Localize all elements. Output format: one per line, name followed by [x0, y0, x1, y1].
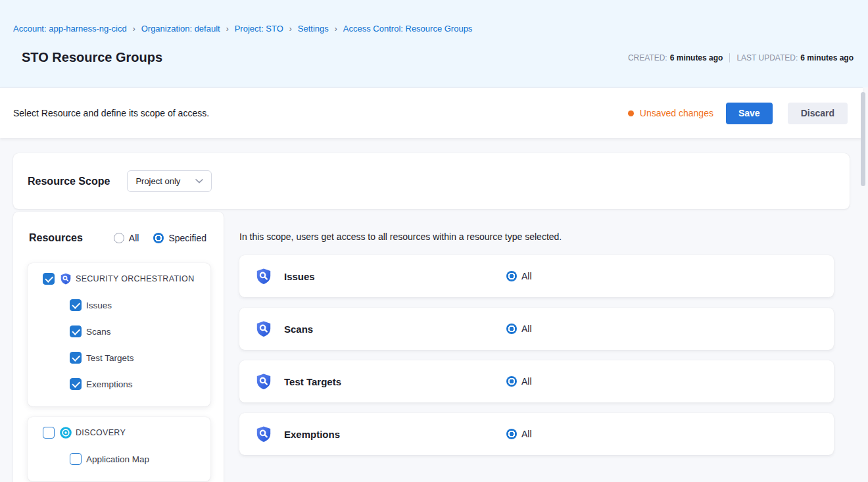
resource-item-label: Application Map — [86, 454, 149, 464]
resource-groups-list: SECURITY ORCHESTRATIONIssuesScansTest Ta… — [13, 263, 224, 481]
last-updated-label: LAST UPDATED: — [736, 53, 798, 62]
meta-divider — [729, 53, 730, 62]
access-option-label: All — [521, 324, 532, 334]
created-label: CREATED: — [628, 53, 667, 62]
radio-icon[interactable] — [506, 429, 517, 439]
resource-group-card-security-orchestration: SECURITY ORCHESTRATIONIssuesScansTest Ta… — [28, 263, 210, 406]
discovery-icon — [59, 426, 72, 439]
resource-scope-label: Resource Scope — [28, 176, 110, 187]
created-value: 6 minutes ago — [670, 53, 723, 62]
security-orchestration-icon — [254, 267, 273, 285]
resource-item-row-issues[interactable]: Issues — [70, 299, 210, 312]
resource-item-row-test-targets[interactable]: Test Targets — [70, 351, 210, 364]
radio-icon[interactable] — [506, 271, 517, 281]
resource-card-label: Scans — [284, 324, 506, 335]
unsaved-changes-dot-icon — [628, 110, 634, 116]
resource-item-label: Test Targets — [86, 353, 134, 363]
checkbox-application-map[interactable] — [70, 453, 82, 465]
resources-panel: Resources All Specified SECURITY ORCHEST… — [13, 212, 224, 482]
breadcrumb: Account: app-harness-ng-cicd›Organizatio… — [13, 0, 854, 34]
resource-access-card-scans: ScansAll — [239, 308, 834, 350]
page-header: Account: app-harness-ng-cicd›Organizatio… — [0, 0, 868, 87]
page-content: Resource Scope Project only Resources Al… — [0, 138, 868, 482]
resource-card-label: Test Targets — [284, 376, 506, 387]
breadcrumb-item-organization[interactable]: Organization: default — [141, 24, 220, 34]
access-all-radio-scans[interactable]: All — [506, 324, 532, 334]
resource-access-cards: IssuesAllScansAllTest TargetsAllExemptio… — [239, 255, 834, 455]
meta-info: CREATED: 6 minutes ago LAST UPDATED: 6 m… — [628, 53, 854, 62]
resource-group-label: SECURITY ORCHESTRATION — [76, 274, 194, 283]
resource-card-label: Exemptions — [284, 429, 506, 440]
resource-item-row-scans[interactable]: Scans — [70, 325, 210, 338]
checkbox-security-orchestration[interactable] — [43, 273, 55, 285]
radio-icon[interactable] — [114, 233, 124, 243]
radio-icon[interactable] — [153, 233, 164, 243]
resource-item-label: Scans — [86, 327, 111, 337]
checkbox-discovery[interactable] — [43, 427, 55, 439]
resource-item-label: Issues — [86, 301, 112, 310]
checkbox-exemptions[interactable] — [70, 378, 82, 390]
resources-panel-header: Resources All Specified — [13, 231, 224, 245]
resource-item-row-exemptions[interactable]: Exemptions — [70, 377, 210, 391]
resources-specified-label: Specified — [168, 233, 206, 243]
checkbox-test-targets[interactable] — [70, 352, 82, 364]
security-orchestration-icon — [59, 272, 72, 285]
resource-scope-card: Resource Scope Project only — [13, 153, 850, 209]
resources-all-radio[interactable]: All — [114, 233, 139, 243]
resources-section: Resources All Specified SECURITY ORCHEST… — [13, 212, 855, 482]
title-row: STO Resource Groups CREATED: 6 minutes a… — [13, 50, 854, 65]
chevron-down-icon — [195, 179, 203, 183]
toolbar-description: Select Resource and define its scope of … — [13, 108, 209, 118]
breadcrumb-separator-icon: › — [289, 24, 292, 34]
resources-title: Resources — [29, 232, 83, 244]
page-title: STO Resource Groups — [22, 50, 162, 65]
breadcrumb-item-settings[interactable]: Settings — [298, 24, 329, 34]
breadcrumb-item-account[interactable]: Account: app-harness-ng-cicd — [13, 24, 127, 34]
resource-card-label: Issues — [284, 271, 506, 282]
scope-access-description: In this scope, users get access to all r… — [239, 231, 834, 242]
access-all-radio-issues[interactable]: All — [506, 271, 532, 281]
access-all-radio-exemptions[interactable]: All — [506, 429, 532, 439]
breadcrumb-item-access-control[interactable]: Access Control: Resource Groups — [343, 24, 473, 34]
breadcrumb-separator-icon: › — [133, 24, 135, 34]
save-button[interactable]: Save — [726, 103, 773, 124]
resource-item-row-application-map[interactable]: Application Map — [70, 452, 210, 466]
resource-group-row-discovery[interactable]: DISCOVERY — [43, 426, 210, 439]
last-updated-value: 6 minutes ago — [800, 53, 854, 62]
breadcrumb-separator-icon: › — [226, 24, 229, 34]
access-all-radio-test-targets[interactable]: All — [506, 376, 532, 387]
unsaved-changes-label: Unsaved changes — [640, 108, 713, 118]
scope-access-panel: In this scope, users get access to all r… — [239, 212, 834, 482]
radio-icon[interactable] — [506, 324, 517, 334]
resource-group-row-security-orchestration[interactable]: SECURITY ORCHESTRATION — [43, 272, 210, 285]
resource-group-card-discovery: DISCOVERYApplication Map — [28, 417, 210, 481]
action-toolbar: Select Resource and define its scope of … — [0, 87, 863, 138]
access-option-label: All — [521, 429, 532, 439]
resource-access-card-exemptions: ExemptionsAll — [239, 413, 834, 455]
resources-specified-radio[interactable]: Specified — [153, 233, 206, 243]
resource-access-card-test-targets: Test TargetsAll — [239, 360, 834, 402]
resource-scope-selected-value: Project only — [135, 176, 180, 186]
discard-button[interactable]: Discard — [788, 103, 848, 124]
resource-access-card-issues: IssuesAll — [239, 255, 834, 297]
access-option-label: All — [521, 376, 532, 387]
security-orchestration-icon — [254, 425, 273, 443]
access-option-label: All — [521, 271, 532, 281]
checkbox-scans[interactable] — [70, 325, 82, 337]
resource-group-label: DISCOVERY — [76, 428, 126, 437]
security-orchestration-icon — [254, 372, 273, 391]
vertical-scrollbar[interactable] — [861, 92, 865, 186]
breadcrumb-separator-icon: › — [335, 24, 337, 34]
breadcrumb-item-project[interactable]: Project: STO — [235, 24, 283, 34]
radio-icon[interactable] — [506, 376, 517, 387]
resource-scope-select[interactable]: Project only — [127, 170, 212, 192]
toolbar-actions: Unsaved changes Save Discard — [628, 103, 848, 124]
resource-item-label: Exemptions — [86, 379, 133, 389]
checkbox-issues[interactable] — [70, 299, 82, 311]
security-orchestration-icon — [254, 320, 273, 338]
resources-all-label: All — [129, 233, 139, 243]
